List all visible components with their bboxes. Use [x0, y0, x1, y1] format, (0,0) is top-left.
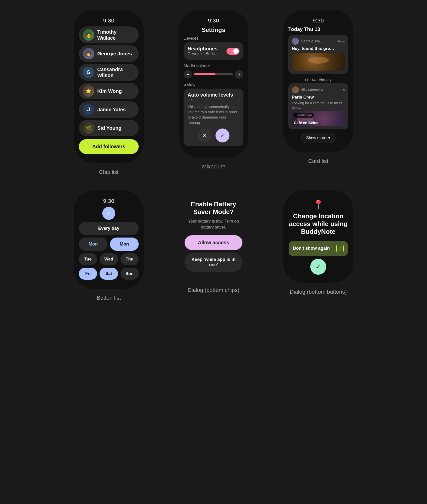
notif-2-header: Billy Moenekw… 1d	[292, 86, 345, 93]
notification-1[interactable]: Georgie Jon… Now Hey, found this gre…	[288, 35, 348, 74]
volume-row: − +	[184, 70, 243, 79]
every-day-button[interactable]: Every day	[79, 222, 139, 235]
dont-show-label: Don't show again	[293, 246, 330, 251]
name-cassandra: Cassandra Wilson	[97, 66, 135, 78]
auto-volume-desc: This setting automatically sets volume t…	[188, 104, 239, 125]
card-list-watch: 9:30 Today Thu 13 Georgie Jon… Now Hey, …	[283, 10, 353, 152]
settings-title: Settings	[202, 26, 225, 33]
show-more-button[interactable]: Show more ▾	[301, 133, 336, 143]
headphones-sub: Georgie's Buds	[188, 52, 217, 56]
mixed-list-time: 9:30	[208, 17, 219, 24]
name-timothy: Timothy Wallace	[97, 29, 135, 41]
avatar-georgie: 👩	[83, 48, 94, 59]
contact-cassandra[interactable]: G Cassandra Wilson	[79, 64, 139, 81]
button-list-watch: 9:30 ✓ Every day Mon Mon Tue Wed Thu Fri…	[74, 190, 144, 289]
headphones-toggle[interactable]	[226, 48, 239, 55]
day-button-fri[interactable]: Fri	[79, 268, 97, 280]
media-volume-label: Media volume	[184, 64, 243, 69]
notification-2[interactable]: Billy Moenekw… 1d Paris Crew Looking for…	[288, 83, 348, 129]
location-pin-icon: 📍	[313, 199, 324, 210]
contact-kim[interactable]: ⭐ Kim Wong	[79, 83, 139, 99]
button-list-time: 9:30	[103, 198, 114, 204]
keep-while-button[interactable]: Keep 'while app is in use'	[185, 252, 242, 272]
contact-timothy[interactable]: 🧑 Timothy Wallace	[79, 26, 139, 43]
devices-section: Devices	[184, 36, 199, 41]
dialog-buttons-watch: 📍 Change location access while using Bud…	[283, 190, 353, 283]
chevron-down-icon: ▾	[328, 135, 330, 140]
dialog-buttons-title: Change location access while using Buddy…	[289, 212, 348, 236]
volume-slider[interactable]	[194, 73, 233, 75]
notif-1-image	[292, 53, 345, 71]
today-header: Today Thu 13	[288, 26, 320, 32]
notif-2-image: Location pin Café en Seine	[292, 111, 345, 126]
day-button-mon[interactable]: Mon	[79, 238, 107, 251]
cancel-button[interactable]: ✕	[198, 128, 212, 142]
button-list-label: Button list	[97, 295, 121, 301]
notif-1-header: Georgie Jon… Now	[292, 38, 345, 45]
location-name: Café en Seine	[294, 121, 318, 125]
day-row-1: Tue Wed Thu	[79, 253, 139, 265]
volume-fill	[194, 73, 215, 75]
dont-show-checkbox[interactable]: ✓	[336, 245, 344, 252]
location-badge: Location pin	[294, 113, 314, 118]
day-button-wed[interactable]: Wed	[100, 253, 118, 265]
mixed-list-watch: 9:30 Settings Devices Headphones Georgie…	[179, 10, 248, 157]
headphones-card[interactable]: Headphones Georgie's Buds	[184, 42, 243, 60]
action-buttons: ✕ ✓	[188, 128, 239, 142]
avatar-timothy: 🧑	[83, 29, 94, 41]
volume-decrease-button[interactable]: −	[184, 70, 192, 79]
volume-increase-button[interactable]: +	[235, 70, 243, 79]
notif-1-time: Now	[338, 39, 345, 43]
dont-show-row[interactable]: Don't show again ✓	[289, 241, 348, 256]
show-more-label: Show more	[306, 136, 326, 140]
day-button-mon-active[interactable]: Mon	[110, 238, 139, 251]
name-jamie: Jamie Yates	[97, 107, 126, 113]
button-list-cell: 9:30 ✓ Every day Mon Mon Tue Wed Thu Fri…	[66, 190, 151, 301]
auto-volume-title: Auto volume levels	[188, 92, 239, 98]
notif-2-title: Paris Crew	[292, 95, 345, 100]
avatar-kim: ⭐	[83, 85, 94, 97]
headphones-text: Headphones Georgie's Buds	[188, 46, 217, 56]
add-followers-button[interactable]: Add followers	[79, 139, 139, 154]
auto-volume-sub: On	[188, 98, 239, 102]
volume-section: Media volume − +	[184, 63, 243, 79]
contact-sid[interactable]: 🌿 Sid Young	[79, 120, 139, 136]
notif-1-title: Hey, found this gre…	[292, 46, 345, 51]
day-button-sat[interactable]: Sat	[100, 268, 118, 280]
mixed-list-cell: 9:30 Settings Devices Headphones Georgie…	[171, 10, 256, 175]
day-button-thu[interactable]: Thu	[120, 253, 139, 265]
dialog-chips-cell: Enable Battery Saver Mode? Your battery …	[171, 190, 256, 301]
day-row-2: Fri Sat Sun	[79, 268, 139, 280]
date-separator: Fri, 14 February	[305, 78, 332, 82]
avatar-jamie: J	[83, 104, 94, 115]
day-button-sun[interactable]: Sun	[120, 268, 139, 280]
contact-georgie[interactable]: 👩 Georgie Jones	[79, 45, 139, 62]
auto-volume-card: Auto volume levels On This setting autom…	[184, 89, 243, 146]
chip-list-watch: 9:30 🧑 Timothy Wallace 👩 Georgie Jones G…	[74, 10, 144, 163]
notif-1-avatar	[292, 38, 299, 45]
day-button-tue[interactable]: Tue	[79, 253, 97, 265]
confirm-location-button[interactable]: ✓	[310, 259, 326, 275]
notif-2-time: 1d	[341, 88, 345, 92]
notif-2-avatar	[292, 86, 299, 93]
avatar-cassandra: G	[83, 67, 94, 78]
confirm-button[interactable]: ✓	[215, 128, 229, 142]
dialog-chips-body: Your battery is low. Turn on battery sav…	[185, 218, 242, 230]
card-list-label: Card list	[308, 158, 328, 164]
headphones-title: Headphones	[188, 46, 217, 52]
avatar-sid: 🌿	[83, 122, 94, 134]
card-list-cell: 9:30 Today Thu 13 Georgie Jon… Now Hey, …	[276, 10, 361, 175]
chip-list-label: Chip list	[99, 169, 118, 175]
mixed-list-label: Mixed list	[202, 163, 225, 170]
chip-list-container: 🧑 Timothy Wallace 👩 Georgie Jones G Cass…	[79, 26, 139, 154]
name-kim: Kim Wong	[97, 88, 122, 94]
dialog-buttons-cell: 📍 Change location access while using Bud…	[276, 190, 361, 301]
notif-2-body: Looking for a café for us to meet tom…	[292, 101, 345, 110]
dialog-chips-title: Enable Battery Saver Mode?	[185, 200, 242, 216]
allow-access-button[interactable]: Allow access	[185, 235, 242, 250]
contact-jamie[interactable]: J Jamie Yates	[79, 101, 139, 118]
chip-list-cell: 9:30 🧑 Timothy Wallace 👩 Georgie Jones G…	[66, 10, 151, 175]
safety-section: Safety	[184, 82, 196, 87]
card-list-time: 9:30	[313, 17, 324, 24]
notif-2-name: Billy Moenekw…	[301, 88, 339, 92]
